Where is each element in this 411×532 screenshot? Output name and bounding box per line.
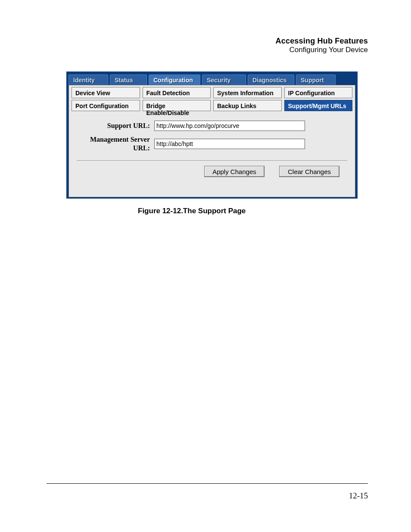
subtab-container: Device View Fault Detection System Infor…	[69, 85, 355, 111]
tab-support[interactable]: Support	[296, 75, 336, 85]
page-number: 12-15	[349, 491, 368, 501]
url-form: Support URL: Management Server URL: Appl…	[69, 113, 355, 177]
subtab-bridge-enable-disable[interactable]: Bridge Enable/Disable	[143, 100, 211, 111]
apply-changes-button[interactable]: Apply Changes	[204, 166, 265, 177]
mgmt-server-url-label: Management Server URL:	[77, 135, 154, 152]
clear-changes-button[interactable]: Clear Changes	[279, 166, 339, 177]
button-bar: Apply Changes Clear Changes	[77, 160, 347, 177]
subtab-system-information[interactable]: System Information	[213, 87, 282, 98]
tab-identity[interactable]: Identity	[68, 75, 108, 85]
main-tab-bar: Identity Status Configuration Security D…	[68, 73, 356, 85]
subtab-backup-links[interactable]: Backup Links	[213, 100, 282, 111]
subtab-device-view[interactable]: Device View	[72, 87, 140, 98]
support-url-input[interactable]	[154, 121, 305, 131]
mgmt-server-url-row: Management Server URL:	[77, 135, 347, 152]
subtab-row-1: Device View Fault Detection System Infor…	[72, 87, 352, 98]
support-url-row: Support URL:	[77, 121, 347, 131]
tab-security[interactable]: Security	[202, 75, 246, 85]
subtab-support-mgmt-urls[interactable]: Support/Mgmt URLs	[284, 100, 353, 111]
footer-rule	[47, 483, 368, 484]
tab-configuration[interactable]: Configuration	[149, 75, 200, 85]
figure-caption: Figure 12-12.The Support Page	[138, 207, 246, 215]
subtab-ip-configuration[interactable]: IP Configuration	[284, 87, 353, 98]
subtab-port-configuration[interactable]: Port Configuration	[72, 100, 140, 111]
document-page: Accessing Hub Features Configuring Your …	[0, 0, 411, 532]
mgmt-server-url-input[interactable]	[154, 139, 305, 149]
header-subtitle: Configuring Your Device	[276, 46, 368, 54]
tab-status[interactable]: Status	[110, 75, 147, 85]
page-header: Accessing Hub Features Configuring Your …	[276, 37, 368, 54]
config-panel: Device View Fault Detection System Infor…	[68, 85, 355, 197]
header-title: Accessing Hub Features	[276, 37, 368, 46]
tab-diagnostics[interactable]: Diagnostics	[248, 75, 294, 85]
support-page-screenshot: Identity Status Configuration Security D…	[66, 72, 358, 199]
subtab-fault-detection[interactable]: Fault Detection	[143, 87, 211, 98]
subtab-row-2: Port Configuration Bridge Enable/Disable…	[72, 100, 352, 111]
support-url-label: Support URL:	[77, 122, 154, 130]
